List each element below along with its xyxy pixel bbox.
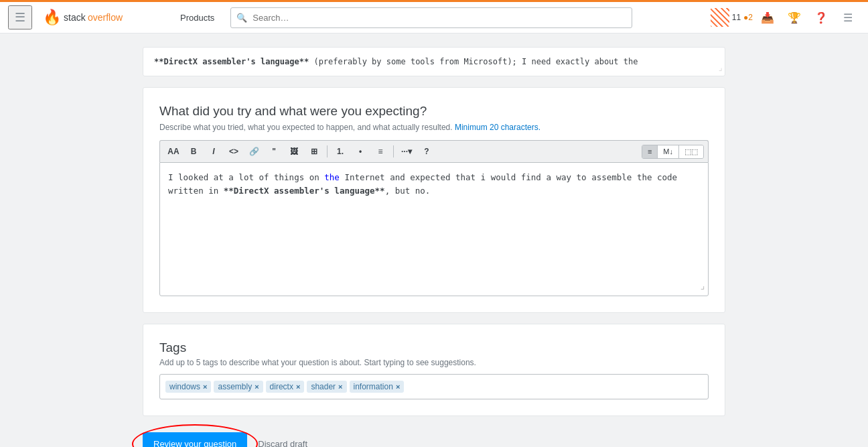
- tags-card: Tags Add up to 5 tags to describe what y…: [143, 324, 725, 416]
- editor-line-1: I looked at a lot of things on the Inter…: [168, 171, 700, 184]
- tags-input-wrap[interactable]: windows × assembly × directx × shader × …: [159, 374, 709, 399]
- help-icon: ❓: [814, 11, 828, 24]
- ordered-list-btn[interactable]: 1.: [331, 143, 350, 159]
- markdown-view-btn[interactable]: M↓: [658, 145, 679, 158]
- toolbar-sep-2: [393, 145, 394, 157]
- tag-information-remove[interactable]: ×: [396, 383, 400, 391]
- text-view-btn[interactable]: ≡: [642, 145, 658, 158]
- logo[interactable]: 🔥 stack overflow: [43, 9, 164, 26]
- snippet-card: **DirectX assembler's language** (prefer…: [143, 47, 725, 76]
- tag-shader-remove[interactable]: ×: [338, 383, 342, 391]
- reviews-btn[interactable]: ☰: [836, 5, 860, 29]
- tag-directx: directx ×: [266, 381, 305, 393]
- tag-assembly-label: assembly: [218, 382, 252, 391]
- snippet-text: **DirectX assembler's language** (prefer…: [154, 56, 714, 68]
- help-toolbar-btn[interactable]: ?: [417, 143, 436, 159]
- hamburger-btn[interactable]: ☰: [8, 5, 32, 29]
- svg-text:stack: stack: [64, 12, 86, 23]
- tag-shader: shader ×: [307, 381, 346, 393]
- editor-content: I looked at a lot of things on the Inter…: [168, 171, 700, 198]
- search-icon: 🔍: [236, 13, 247, 23]
- user-avatar-block[interactable]: 11 ●2: [711, 8, 753, 27]
- editor-area[interactable]: I looked at a lot of things on the Inter…: [159, 162, 709, 296]
- review-btn-wrap: Review your question: [143, 432, 247, 447]
- avatar: [711, 8, 729, 27]
- rep-badge: ●2: [743, 13, 753, 22]
- svg-text:overflow: overflow: [88, 12, 123, 23]
- image-btn[interactable]: 🖼: [285, 143, 303, 159]
- editor-toolbar: AA B I <> 🔗 " 🖼 ⊞ 1. • ≡ ···▾ ? ≡ M↓: [159, 140, 709, 162]
- tag-windows: windows ×: [165, 381, 211, 393]
- resize-handle[interactable]: ⌟: [718, 62, 723, 74]
- bold-btn[interactable]: B: [184, 143, 203, 159]
- page-wrap: **DirectX assembler's language** (prefer…: [0, 34, 868, 447]
- tag-shader-label: shader: [311, 382, 336, 391]
- trophy-icon: 🏆: [788, 11, 801, 24]
- tag-assembly-remove[interactable]: ×: [255, 383, 259, 391]
- what-tried-card: What did you try and what were you expec…: [143, 87, 725, 313]
- toolbar-sep-1: [327, 145, 328, 157]
- tag-windows-remove[interactable]: ×: [203, 383, 207, 391]
- text-size-btn[interactable]: AA: [164, 143, 183, 159]
- hint-text: Describe what you tried, what you expect…: [159, 123, 453, 132]
- more-btn[interactable]: ···▾: [397, 143, 416, 159]
- quote-btn[interactable]: ": [265, 143, 283, 159]
- tag-directx-label: directx: [270, 382, 293, 391]
- tag-information: information ×: [350, 381, 405, 393]
- tag-information-label: information: [354, 382, 393, 391]
- inbox-btn[interactable]: 📥: [755, 5, 780, 29]
- view-btn-group: ≡ M↓ ⬚⬚: [642, 145, 704, 159]
- unordered-list-btn[interactable]: •: [351, 143, 370, 159]
- hamburger-icon: ☰: [15, 10, 25, 25]
- italic-btn[interactable]: I: [204, 143, 223, 159]
- achievements-btn[interactable]: 🏆: [782, 5, 806, 29]
- tags-title: Tags: [159, 340, 709, 355]
- align-btn[interactable]: ≡: [371, 143, 390, 159]
- tag-assembly: assembly ×: [214, 381, 263, 393]
- table-btn[interactable]: ⊞: [305, 143, 323, 159]
- editor-resize-handle[interactable]: ⌟: [700, 278, 705, 293]
- tags-hint: Add up to 5 tags to describe what your q…: [159, 358, 709, 367]
- hint-min-text[interactable]: Minimum 20 characters.: [455, 123, 540, 132]
- search-input[interactable]: [230, 7, 632, 28]
- link-btn[interactable]: 🔗: [244, 143, 263, 159]
- review-question-btn[interactable]: Review your question: [143, 432, 247, 447]
- products-menu[interactable]: Products: [175, 10, 220, 25]
- split-view-btn[interactable]: ⬚⬚: [679, 145, 703, 158]
- navbar-right: 11 ●2 📥 🏆 ❓ ☰: [711, 5, 860, 29]
- help-btn[interactable]: ❓: [809, 5, 833, 29]
- code-btn[interactable]: <>: [224, 143, 243, 159]
- rep-count: 11: [732, 13, 741, 22]
- reviews-icon: ☰: [843, 11, 853, 24]
- actions-row: Review your question Discard draft: [143, 427, 725, 447]
- tag-windows-label: windows: [169, 382, 200, 391]
- navbar: ☰ 🔥 stack overflow Products 🔍 11 ●2 📥 🏆 …: [0, 0, 868, 34]
- editor-line-2: written in **DirectX assembler's languag…: [168, 184, 700, 198]
- section-title: What did you try and what were you expec…: [159, 104, 709, 119]
- section-hint: Describe what you tried, what you expect…: [159, 123, 709, 132]
- main-content: **DirectX assembler's language** (prefer…: [143, 47, 725, 447]
- discard-draft-link[interactable]: Discard draft: [258, 439, 307, 447]
- inbox-icon: 📥: [761, 11, 774, 24]
- brand-name: stack overflow: [64, 10, 164, 25]
- flame-icon: 🔥: [43, 9, 61, 26]
- search-bar: 🔍: [230, 7, 632, 28]
- tag-directx-remove[interactable]: ×: [296, 383, 300, 391]
